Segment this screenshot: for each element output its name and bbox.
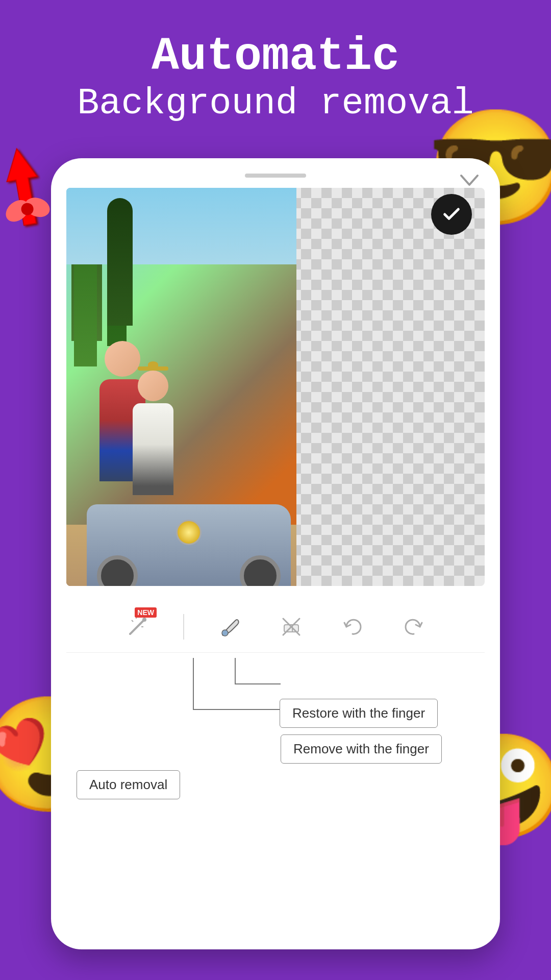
undo-button[interactable] <box>337 611 368 642</box>
title-line1: Automatic <box>20 31 531 83</box>
restore-tooltip: Restore with the finger <box>280 699 438 734</box>
svg-line-8 <box>132 620 133 622</box>
header: Automatic Background removal <box>0 0 551 140</box>
image-editing-area[interactable] <box>66 188 485 586</box>
separator <box>183 614 184 640</box>
eraser-tool[interactable] <box>276 611 307 642</box>
svg-point-9 <box>222 630 228 636</box>
toolbar-area: NEW <box>66 601 485 801</box>
svg-line-3 <box>130 624 140 634</box>
remove-tooltip-text: Remove with the finger <box>281 734 442 764</box>
check-button[interactable] <box>431 194 472 235</box>
auto-removal-text: Auto removal <box>77 770 180 799</box>
auto-removal-tool[interactable]: NEW <box>122 611 153 642</box>
chevron-down-icon[interactable] <box>459 171 480 194</box>
brush-tool[interactable] <box>215 611 245 642</box>
auto-removal-tooltip: Auto removal <box>77 770 180 805</box>
restore-tooltip-text: Restore with the finger <box>280 699 438 728</box>
title-line2: Background removal <box>20 83 531 125</box>
arrow-sticker <box>0 138 65 259</box>
new-badge: NEW <box>135 607 157 618</box>
phone-mockup: NEW <box>51 158 500 949</box>
svg-point-5 <box>142 618 146 622</box>
tooltip-container: Restore with the finger Remove with the … <box>66 658 485 801</box>
toolbar-row: NEW <box>66 601 485 653</box>
phone-notch <box>245 174 306 178</box>
redo-button[interactable] <box>398 611 429 642</box>
remove-tooltip: Remove with the finger <box>281 734 442 770</box>
